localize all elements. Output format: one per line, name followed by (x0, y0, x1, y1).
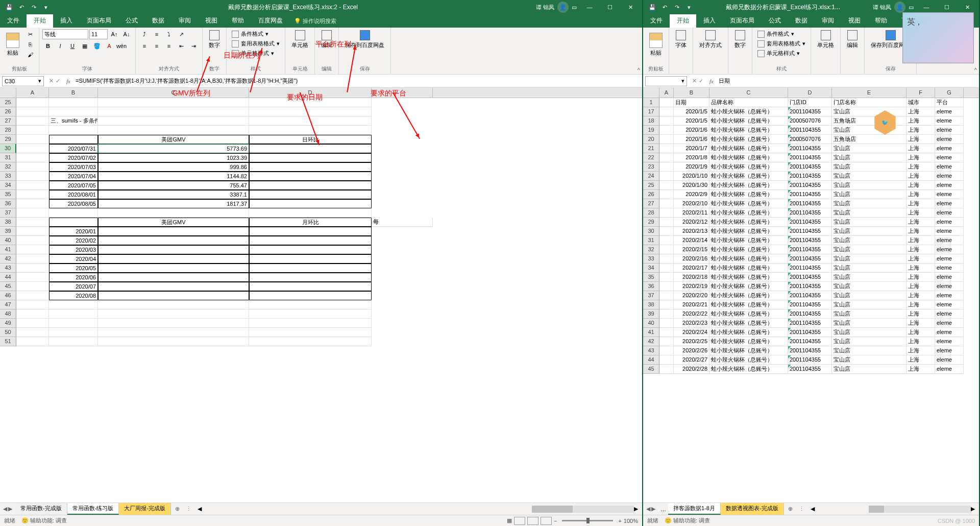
cell[interactable] (659, 172, 674, 181)
cell[interactable]: 2001104355 (788, 254, 832, 264)
cell[interactable]: eleme (935, 264, 964, 273)
cell[interactable] (659, 328, 674, 337)
cell[interactable] (659, 227, 674, 236)
row-header[interactable]: 30 (0, 144, 16, 153)
align-group-button[interactable]: 对齐方式 (696, 29, 725, 50)
cell[interactable]: 宝山店 (832, 190, 906, 199)
redo-icon[interactable]: ↷ (673, 3, 681, 11)
cell[interactable] (49, 126, 98, 135)
cell[interactable]: eleme (935, 319, 964, 328)
align-mid-icon[interactable]: ≡ (151, 29, 162, 39)
cell[interactable]: 蛙小辣火锅杯（总账号） (709, 172, 788, 181)
cell[interactable] (16, 328, 49, 337)
cell[interactable]: 宝山店 (832, 346, 906, 355)
cell[interactable]: 蛙小辣火锅杯（总账号） (709, 208, 788, 218)
cell[interactable]: eleme (935, 116, 964, 126)
format-painter-icon[interactable]: 🖌 (24, 50, 36, 60)
cell[interactable]: 宝山店 (832, 208, 906, 218)
row-header[interactable]: 35 (0, 190, 16, 199)
cell[interactable]: eleme (935, 181, 964, 190)
row-header[interactable]: 43 (0, 264, 16, 273)
enter-formula-icon[interactable]: ✓ (699, 78, 703, 84)
qat-more-icon[interactable]: ▾ (42, 3, 50, 11)
cell[interactable]: 2020/2/14 (674, 236, 709, 245)
cell[interactable]: 上海 (906, 291, 935, 300)
cell[interactable]: 宝山店 (832, 172, 906, 181)
cell[interactable] (98, 126, 249, 135)
cell[interactable]: 五角场店 (832, 135, 906, 144)
cell[interactable] (249, 172, 372, 181)
cell[interactable] (16, 236, 49, 245)
row-header[interactable]: 46 (0, 291, 16, 300)
cell[interactable]: 宝山店 (832, 355, 906, 365)
cell[interactable]: 蛙小辣火锅杯（总账号） (709, 346, 788, 355)
cell[interactable] (98, 236, 249, 245)
cell[interactable]: 2001104355 (788, 319, 832, 328)
row-header[interactable]: 25 (643, 181, 659, 190)
cell[interactable]: 2020/2/11 (674, 208, 709, 218)
cell[interactable]: eleme (935, 291, 964, 300)
cell[interactable]: 2001104355 (788, 291, 832, 300)
cell[interactable]: 2020/02 (49, 236, 98, 245)
cell[interactable]: 宝山店 (832, 319, 906, 328)
cell[interactable]: 2020/07/04 (49, 172, 98, 181)
sheet-tab[interactable]: 常用函数-完成版 (15, 503, 67, 515)
cell[interactable]: 2020/2/13 (674, 227, 709, 236)
cell[interactable] (659, 98, 674, 107)
zoom-level[interactable]: 100% (624, 518, 638, 524)
cell[interactable] (249, 107, 372, 116)
cell[interactable] (659, 346, 674, 355)
cell[interactable] (249, 309, 372, 319)
row-header[interactable]: 49 (0, 319, 16, 328)
cell[interactable]: 蛙小辣火锅杯（总账号） (709, 300, 788, 309)
sheet-last-icon[interactable]: ▶ (651, 506, 655, 512)
qat-more-icon[interactable]: ▾ (685, 3, 693, 11)
page-break-button[interactable] (541, 517, 552, 525)
cell[interactable]: 2020/2/26 (674, 346, 709, 355)
cell[interactable] (249, 199, 372, 208)
cell[interactable]: 2001104355 (788, 199, 832, 208)
tab-公式[interactable]: 公式 (762, 14, 788, 28)
cell[interactable]: 2020/1/5 (674, 107, 709, 116)
cell[interactable]: eleme (935, 355, 964, 365)
cell[interactable] (16, 300, 49, 309)
cell[interactable]: eleme (935, 227, 964, 236)
cell[interactable] (16, 264, 49, 273)
row-header[interactable]: 32 (643, 245, 659, 254)
cell[interactable]: 2020/07/31 (49, 144, 98, 153)
cell[interactable] (659, 309, 674, 319)
font-color-button[interactable]: A (104, 41, 115, 51)
row-header[interactable]: 32 (0, 162, 16, 172)
cell[interactable]: 宝山店 (832, 328, 906, 337)
cell[interactable] (49, 337, 98, 346)
cell[interactable] (49, 135, 98, 144)
tab-视图[interactable]: 视图 (198, 14, 225, 28)
cell[interactable]: 2020/1/6 (674, 135, 709, 144)
cell[interactable]: 宝山店 (832, 144, 906, 153)
cut-icon[interactable]: ✂ (24, 29, 36, 39)
copy-icon[interactable]: ⎘ (24, 39, 36, 50)
select-all-corner[interactable] (0, 88, 16, 98)
cell[interactable] (16, 153, 49, 162)
cell[interactable]: 上海 (906, 144, 935, 153)
cell[interactable]: 宝山店 (832, 300, 906, 309)
cell[interactable]: 门店名称 (832, 98, 906, 107)
conditional-format-button[interactable]: 条件格式▾ (230, 29, 282, 39)
cell[interactable]: 2001104355 (788, 365, 832, 374)
cell[interactable]: eleme (935, 309, 964, 319)
cell[interactable]: 2020/06 (49, 273, 98, 282)
cell[interactable]: 2020/01 (49, 227, 98, 236)
cell[interactable]: 蛙小辣火锅杯（总账号） (709, 245, 788, 254)
name-box[interactable]: ▾ (645, 76, 687, 86)
fill-color-button[interactable]: 🪣 (91, 41, 103, 51)
cell[interactable] (16, 162, 49, 172)
cell[interactable]: 上海 (906, 107, 935, 116)
cell[interactable] (49, 218, 98, 227)
cell[interactable]: 蛙小辣火锅杯（总账号） (709, 153, 788, 162)
cell[interactable]: 上海 (906, 337, 935, 346)
cell[interactable]: 上海 (906, 153, 935, 162)
col-header-D[interactable]: D (788, 88, 832, 98)
cell[interactable] (249, 162, 372, 172)
tab-审阅[interactable]: 审阅 (172, 14, 198, 28)
row-header[interactable]: 35 (643, 273, 659, 282)
